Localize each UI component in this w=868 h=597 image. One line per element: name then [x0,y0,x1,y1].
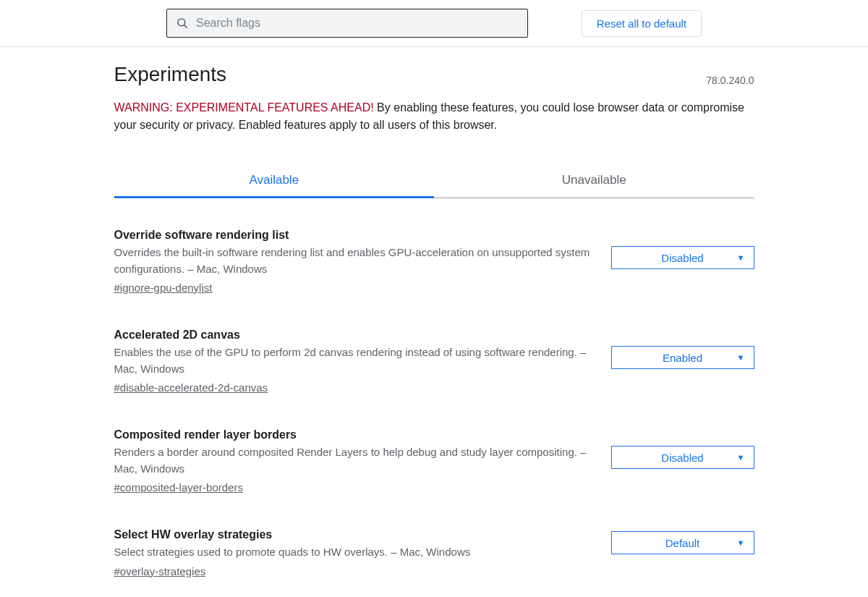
flag-select-value: Disabled [661,452,703,464]
page-title: Experiments [114,63,227,86]
tab-available[interactable]: Available [114,163,435,198]
flag-title: Override software rendering list [114,229,597,242]
flag-item: Accelerated 2D canvas Enables the use of… [114,329,754,394]
flag-description: Select strategies used to promote quads … [114,544,597,561]
flag-select-wrap: Default ▼ [611,531,754,554]
chevron-down-icon: ▼ [737,453,745,462]
title-row: Experiments 78.0.240.0 [114,63,754,86]
version-label: 78.0.240.0 [706,75,754,86]
flags-list: Override software rendering list Overrid… [114,229,754,577]
reset-all-button[interactable]: Reset all to default [582,10,702,37]
flag-hash-link[interactable]: #overlay-strategies [114,565,206,577]
flag-hash-link[interactable]: #composited-layer-borders [114,481,243,494]
flag-description: Renders a border around composited Rende… [114,444,597,477]
flag-select[interactable]: Enabled ▼ [611,346,754,369]
tabs: Available Unavailable [114,163,754,198]
flag-select[interactable]: Disabled ▼ [611,446,754,469]
flag-select-wrap: Disabled ▼ [611,246,754,269]
flag-select-value: Enabled [663,352,702,364]
search-input[interactable] [196,17,519,30]
flag-description: Overrides the built-in software renderin… [114,245,597,277]
flag-select-value: Default [665,537,700,549]
flag-select-wrap: Enabled ▼ [611,346,754,369]
flag-text: Composited render layer borders Renders … [114,428,597,494]
flag-title: Select HW overlay strategies [114,528,597,541]
chevron-down-icon: ▼ [737,538,745,547]
chevron-down-icon: ▼ [737,253,745,262]
flag-description: Enables the use of the GPU to perform 2d… [114,344,597,377]
flag-select[interactable]: Default ▼ [611,531,754,554]
flag-text: Override software rendering list Overrid… [114,229,597,294]
flag-select-wrap: Disabled ▼ [611,446,754,469]
main-content: Experiments 78.0.240.0 WARNING: EXPERIME… [114,47,754,597]
flag-title: Composited render layer borders [114,428,597,441]
topbar: Reset all to default [0,0,868,47]
search-icon [176,17,189,30]
flag-select[interactable]: Disabled ▼ [611,246,754,269]
svg-point-0 [178,19,185,26]
flag-hash-link[interactable]: #disable-accelerated-2d-canvas [114,381,268,394]
flag-select-value: Disabled [661,252,703,264]
flag-item: Composited render layer borders Renders … [114,428,754,494]
flag-hash-link[interactable]: #ignore-gpu-denylist [114,281,213,294]
warning-prefix: WARNING: EXPERIMENTAL FEATURES AHEAD! [114,101,374,114]
chevron-down-icon: ▼ [737,353,745,362]
flag-title: Accelerated 2D canvas [114,329,597,342]
search-container[interactable] [166,9,528,38]
flag-item: Override software rendering list Overrid… [114,229,754,294]
svg-line-1 [184,25,187,28]
warning-block: WARNING: EXPERIMENTAL FEATURES AHEAD! By… [114,99,754,134]
tab-unavailable[interactable]: Unavailable [434,163,754,198]
topbar-inner: Reset all to default [58,9,810,38]
flag-text: Select HW overlay strategies Select stra… [114,528,597,577]
flag-item: Select HW overlay strategies Select stra… [114,528,754,577]
flag-text: Accelerated 2D canvas Enables the use of… [114,329,597,394]
